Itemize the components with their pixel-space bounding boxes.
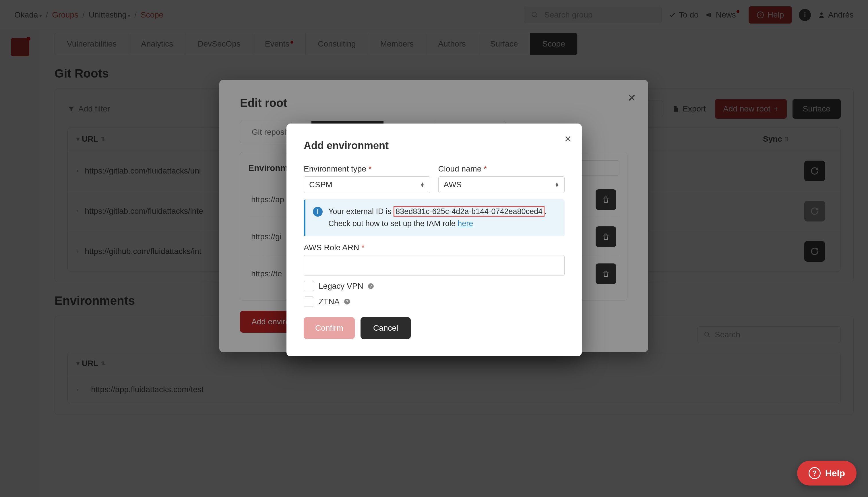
modal-title: Add environment <box>304 140 564 152</box>
add-environment-modal: ✕ Add environment Environment type * CSP… <box>286 124 582 356</box>
legacy-vpn-label: Legacy VPN <box>319 282 363 291</box>
tooltip-icon[interactable]: ? <box>344 299 350 304</box>
external-id-value: 83ed831c-625c-4d2a-b144-0742ea80ced4 <box>394 206 545 217</box>
info-icon: i <box>313 207 323 217</box>
legacy-vpn-checkbox[interactable] <box>304 281 314 291</box>
select-arrows-icon: ▲▼ <box>420 182 425 187</box>
cancel-button[interactable]: Cancel <box>361 317 411 339</box>
env-type-select[interactable]: CSPM ▲▼ <box>304 176 430 193</box>
floating-help-button[interactable]: ? Help <box>797 461 856 485</box>
ztna-checkbox[interactable] <box>304 297 314 307</box>
close-button[interactable]: ✕ <box>564 134 572 144</box>
iam-role-link[interactable]: here <box>458 219 473 228</box>
cloud-name-select[interactable]: AWS ▲▼ <box>438 176 565 193</box>
confirm-button[interactable]: Confirm <box>304 317 355 339</box>
cloud-name-label: Cloud name * <box>438 164 565 173</box>
ztna-label: ZTNA <box>319 297 340 306</box>
help-icon: ? <box>809 467 821 479</box>
tooltip-icon[interactable]: ? <box>368 283 374 289</box>
select-arrows-icon: ▲▼ <box>555 182 559 187</box>
arn-input[interactable] <box>304 255 564 276</box>
env-type-label: Environment type * <box>304 164 430 173</box>
arn-label: AWS Role ARN * <box>304 243 564 252</box>
external-id-info: i Your external ID is 83ed831c-625c-4d2a… <box>304 199 564 236</box>
